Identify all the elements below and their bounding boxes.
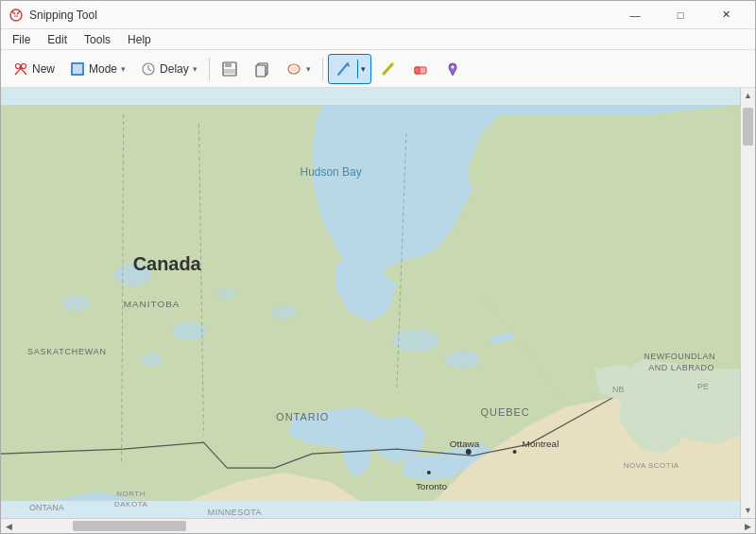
svg-text:Canada: Canada <box>133 253 202 274</box>
pen-icon <box>335 60 352 78</box>
svg-text:Ottawa: Ottawa <box>450 439 480 449</box>
svg-line-24 <box>384 64 392 74</box>
svg-line-2 <box>17 11 20 14</box>
pin-icon <box>444 60 461 78</box>
title-bar: Snipping Tool — □ ✕ <box>1 1 755 29</box>
scroll-up-arrow[interactable]: ▲ <box>741 88 756 103</box>
pin-button[interactable] <box>438 54 468 84</box>
svg-text:PE: PE <box>697 382 709 391</box>
svg-text:MANITOBA: MANITOBA <box>124 299 180 309</box>
delay-dropdown-arrow[interactable]: ▾ <box>193 64 198 74</box>
copy-icon <box>253 60 270 78</box>
horizontal-scrollbar: ◀ ▶ <box>1 518 755 533</box>
eraser-group-button[interactable]: ▾ <box>279 54 318 84</box>
menu-file[interactable]: File <box>5 31 38 48</box>
svg-text:DAKOTA: DAKOTA <box>114 500 147 508</box>
scissor-icon <box>13 61 28 77</box>
scroll-left-arrow[interactable]: ◀ <box>1 519 16 534</box>
svg-text:AND LABRADO: AND LABRADO <box>648 363 714 372</box>
copy-button[interactable] <box>247 54 277 84</box>
svg-text:NORTH: NORTH <box>116 490 146 498</box>
svg-text:ONTANA: ONTANA <box>29 503 64 512</box>
map-svg: Hudson Bay Canada MANITOBA SASKATCHEWAN … <box>1 88 740 518</box>
new-label: New <box>32 62 55 76</box>
svg-text:SASKATCHEWAN: SASKATCHEWAN <box>27 347 107 356</box>
main-window: Snipping Tool — □ ✕ File Edit Tools Help… <box>0 0 756 534</box>
scroll-down-arrow[interactable]: ▼ <box>741 503 756 518</box>
svg-point-28 <box>451 65 454 68</box>
svg-rect-17 <box>256 65 266 77</box>
highlighter-button[interactable] <box>373 54 404 84</box>
mode-button[interactable]: Mode ▾ <box>63 54 132 84</box>
svg-rect-14 <box>225 62 232 67</box>
new-button[interactable]: New <box>7 54 61 84</box>
menu-edit[interactable]: Edit <box>40 31 75 48</box>
svg-point-32 <box>173 321 207 340</box>
svg-text:ONTARIO: ONTARIO <box>276 411 329 422</box>
svg-rect-9 <box>72 63 83 75</box>
svg-text:Toronto: Toronto <box>416 481 448 491</box>
clock-icon <box>141 61 156 77</box>
toolbar: New Mode ▾ Delay ▾ <box>1 50 755 88</box>
svg-point-66 <box>466 449 472 455</box>
maximize-button[interactable]: □ <box>659 1 702 29</box>
svg-point-68 <box>513 450 517 454</box>
menu-help[interactable]: Help <box>120 31 159 48</box>
pen-dropdown-arrow[interactable]: ▾ <box>358 61 369 77</box>
svg-rect-15 <box>224 69 235 74</box>
svg-point-70 <box>427 471 431 474</box>
svg-text:NOVA SCOTIA: NOVA SCOTIA <box>624 461 679 470</box>
svg-text:Montreal: Montreal <box>523 439 559 449</box>
scroll-thumb-h[interactable] <box>73 521 186 531</box>
separator-2 <box>322 58 323 80</box>
mode-label: Mode <box>89 62 117 76</box>
eraser-icon <box>285 60 302 78</box>
svg-point-0 <box>10 9 22 21</box>
eraser-tool-icon <box>412 60 429 78</box>
svg-point-33 <box>141 353 163 366</box>
scroll-right-arrow[interactable]: ▶ <box>740 519 755 534</box>
menu-bar: File Edit Tools Help <box>1 29 755 50</box>
close-button[interactable]: ✕ <box>704 1 747 29</box>
svg-text:QUEBEC: QUEBEC <box>480 406 529 418</box>
svg-line-1 <box>12 11 15 14</box>
mode-icon <box>70 61 85 77</box>
svg-line-12 <box>148 69 151 71</box>
eraser-dropdown-arrow[interactable]: ▾ <box>306 64 311 74</box>
svg-rect-26 <box>415 67 420 74</box>
scroll-track-v[interactable] <box>741 103 755 503</box>
svg-text:MINNESOTA: MINNESOTA <box>208 508 262 517</box>
svg-text:Hudson Bay: Hudson Bay <box>301 165 362 179</box>
svg-point-31 <box>62 296 91 311</box>
svg-text:NB: NB <box>612 385 624 394</box>
vertical-scrollbar: ▲ ▼ <box>740 88 755 518</box>
minimize-button[interactable]: — <box>613 1 657 29</box>
save-button[interactable] <box>215 54 245 84</box>
svg-point-19 <box>290 66 298 72</box>
svg-point-34 <box>217 288 236 300</box>
app-icon <box>9 8 24 23</box>
mode-dropdown-arrow[interactable]: ▾ <box>121 64 126 74</box>
separator-1 <box>209 58 210 80</box>
svg-text:NEWFOUNDLAN: NEWFOUNDLAN <box>644 352 715 361</box>
delay-label: Delay <box>160 62 189 76</box>
save-icon <box>221 60 238 78</box>
scroll-thumb-v[interactable] <box>743 108 753 146</box>
menu-tools[interactable]: Tools <box>77 31 118 48</box>
highlighter-icon <box>380 60 397 78</box>
window-controls: — □ ✕ <box>613 1 747 29</box>
svg-point-37 <box>446 351 480 368</box>
pen-tool-button[interactable] <box>331 56 357 82</box>
scroll-track-h[interactable] <box>16 519 740 533</box>
map-container[interactable]: Hudson Bay Canada MANITOBA SASKATCHEWAN … <box>1 88 740 518</box>
pen-group: ▾ <box>328 54 371 84</box>
window-title: Snipping Tool <box>29 9 613 22</box>
delay-button[interactable]: Delay ▾ <box>134 54 204 84</box>
content-area: Hudson Bay Canada MANITOBA SASKATCHEWAN … <box>1 88 755 518</box>
svg-point-35 <box>270 304 297 319</box>
eraser-tool-button[interactable] <box>405 54 436 84</box>
